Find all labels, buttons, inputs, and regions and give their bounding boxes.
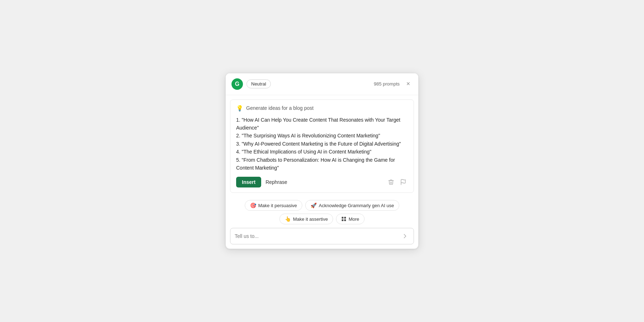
card-actions: Insert Rephrase [236,177,408,187]
input-area [230,228,414,244]
suggestions-row-2: 👆 Make it assertive More [230,214,414,224]
close-button[interactable]: × [404,80,413,88]
idea-3: 3. "Why AI-Powered Content Marketing is … [236,141,401,147]
widget-header: G Neutral 985 prompts × [226,73,418,95]
send-button[interactable] [401,232,409,240]
grammarly-logo: G [231,78,243,90]
insert-button[interactable]: Insert [236,177,261,187]
rephrase-button[interactable]: Rephrase [264,177,289,187]
make-assertive-chip[interactable]: 👆 Make it assertive [279,214,333,224]
flag-button[interactable] [399,177,408,187]
make-persuasive-chip[interactable]: 🎯 Make it persuasive [245,200,302,211]
idea-4: 4. "The Ethical Implications of Using AI… [236,149,371,155]
prompt-text: Generate ideas for a blog post [246,105,313,111]
idea-2: 2. "The Surprising Ways AI is Revolution… [236,133,380,138]
tone-badge-button[interactable]: Neutral [247,79,271,88]
acknowledge-ai-chip[interactable]: 🚀 Acknowledge Grammarly gen AI use [305,200,399,211]
suggestions-row-1: 🎯 Make it persuasive 🚀 Acknowledge Gramm… [230,200,414,211]
grid-icon [341,216,346,221]
card-actions-right [386,177,408,187]
prompt-emoji: 💡 [236,105,243,112]
delete-button[interactable] [386,177,396,187]
grammarly-widget: G Neutral 985 prompts × 💡 Generate ideas… [225,73,419,249]
prompts-count: 985 prompts [374,81,400,87]
svg-rect-1 [342,217,343,219]
svg-rect-3 [342,219,343,221]
idea-5: 5. "From Chatbots to Personalization: Ho… [236,157,395,171]
svg-rect-4 [344,219,346,221]
content-card: 💡 Generate ideas for a blog post 1. "How… [230,99,414,193]
svg-rect-2 [344,217,346,219]
tell-us-input[interactable] [235,233,401,239]
prompt-label: 💡 Generate ideas for a blog post [236,105,408,112]
idea-1: 1. "How AI Can Help You Create Content T… [236,117,400,131]
tone-label: Neutral [251,81,266,87]
ideas-content: 1. "How AI Can Help You Create Content T… [236,116,408,172]
suggestions-area: 🎯 Make it persuasive 🚀 Acknowledge Gramm… [226,197,418,228]
more-chip[interactable]: More [336,214,365,224]
